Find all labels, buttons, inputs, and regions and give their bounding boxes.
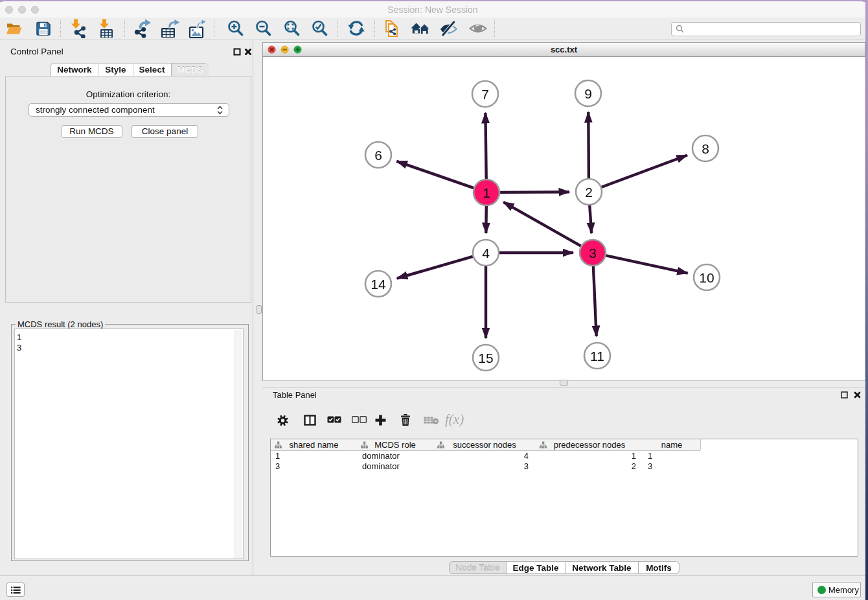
svg-text:15: 15 [478,351,493,365]
svg-text:9: 9 [584,86,592,101]
svg-text:10: 10 [699,270,714,285]
svg-text:8: 8 [702,141,709,156]
svg-text:6: 6 [374,148,382,163]
svg-text:4: 4 [482,246,490,260]
svg-text:7: 7 [481,87,489,102]
svg-text:11: 11 [590,349,604,363]
svg-text:2: 2 [585,185,593,200]
svg-text:1: 1 [483,185,490,200]
svg-text:3: 3 [589,246,597,260]
svg-text:14: 14 [371,277,386,292]
